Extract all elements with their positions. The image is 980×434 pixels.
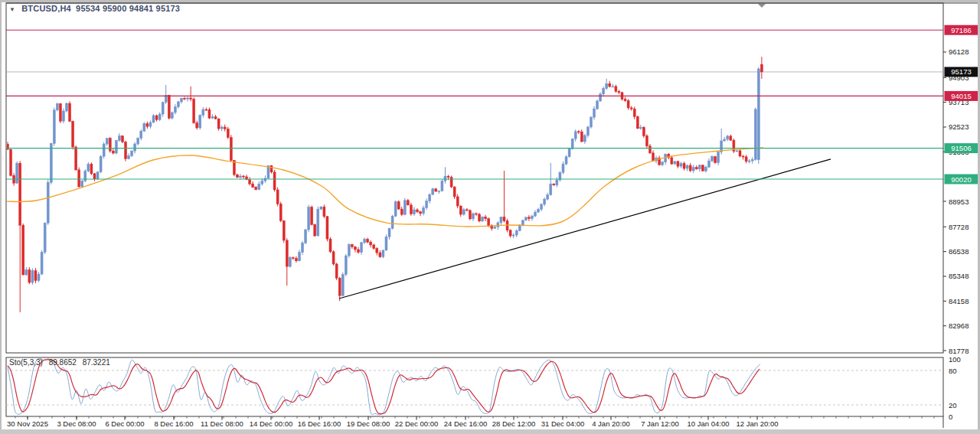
trading-platform-window: { "window": { "symbol_period": "BTCUSD,H… xyxy=(0,0,980,434)
date-label: 24 Dec 16:00 xyxy=(444,419,488,428)
price-tick-label: 87728 xyxy=(949,223,969,231)
price-tick-label: 84158 xyxy=(949,297,969,305)
date-label: 12 Jan 20:00 xyxy=(737,419,779,428)
price-tick-label: 82968 xyxy=(949,321,969,330)
price-tick-label: 92523 xyxy=(949,122,969,131)
window-frame-bottom xyxy=(0,429,980,434)
date-label: 11 Dec 08:00 xyxy=(201,419,243,428)
date-label: 31 Dec 04:00 xyxy=(541,419,585,428)
price-axis[interactable] xyxy=(943,3,978,428)
symbol-dropdown-icon[interactable]: ▼ xyxy=(9,6,15,13)
stochastic-level-label: 0 xyxy=(949,413,952,421)
chart-canvas: 9612894903937139252391333889538772886538… xyxy=(0,0,980,434)
price-badge-label: 94015 xyxy=(951,92,971,100)
date-label: 22 Dec 00:00 xyxy=(395,419,439,428)
stochastic-name: Sto(5,3,3) xyxy=(9,358,43,367)
date-label: 30 Nov 2025 xyxy=(7,419,48,428)
chart-legend: ▼ BTCUSD,H4 95534 95900 94841 95173 xyxy=(9,4,180,13)
price-badge-label: 97186 xyxy=(951,26,971,34)
date-label: 19 Dec 08:00 xyxy=(347,419,390,428)
stochastic-level-label: 80 xyxy=(949,367,957,375)
window-frame-top xyxy=(0,0,980,2)
date-label: 28 Dec 12:00 xyxy=(492,419,536,428)
price-tick-label: 88953 xyxy=(949,197,969,206)
stochastic-level-label: 20 xyxy=(949,401,957,410)
date-label: 8 Dec 16:00 xyxy=(154,419,193,428)
date-label: 3 Dec 08:00 xyxy=(57,419,96,428)
stochastic-level-label: 100 xyxy=(949,355,961,364)
price-tick-label: 96128 xyxy=(949,47,969,56)
main-chart-plot[interactable] xyxy=(6,3,943,353)
date-label: 16 Dec 16:00 xyxy=(298,419,341,428)
window-frame-left xyxy=(0,0,2,429)
price-badge-label: 91506 xyxy=(951,144,971,152)
date-label: 6 Dec 00:00 xyxy=(105,419,144,428)
date-label: 4 Jan 20:00 xyxy=(592,419,630,428)
stochastic-main-value: 89.8652 xyxy=(49,358,77,367)
price-tick-label: 81778 xyxy=(949,347,969,355)
price-tick-label: 85348 xyxy=(949,272,969,280)
price-badge-label: 90020 xyxy=(951,175,971,184)
stochastic-signal-value: 87.3221 xyxy=(83,358,110,367)
date-label: 7 Jan 12:00 xyxy=(641,419,679,428)
legend-ohlc-values: 95534 95900 94841 95173 xyxy=(76,4,180,13)
price-badge-label: 95173 xyxy=(951,67,971,76)
legend-symbol-period: BTCUSD,H4 xyxy=(21,4,71,13)
stochastic-label: Sto(5,3,3) 89.8652 87.3221 xyxy=(9,358,114,367)
date-label: 14 Dec 00:00 xyxy=(250,419,293,428)
stochastic-plot[interactable] xyxy=(6,357,943,416)
price-tick-label: 86538 xyxy=(949,247,969,256)
date-label: 10 Jan 04:00 xyxy=(688,419,730,428)
